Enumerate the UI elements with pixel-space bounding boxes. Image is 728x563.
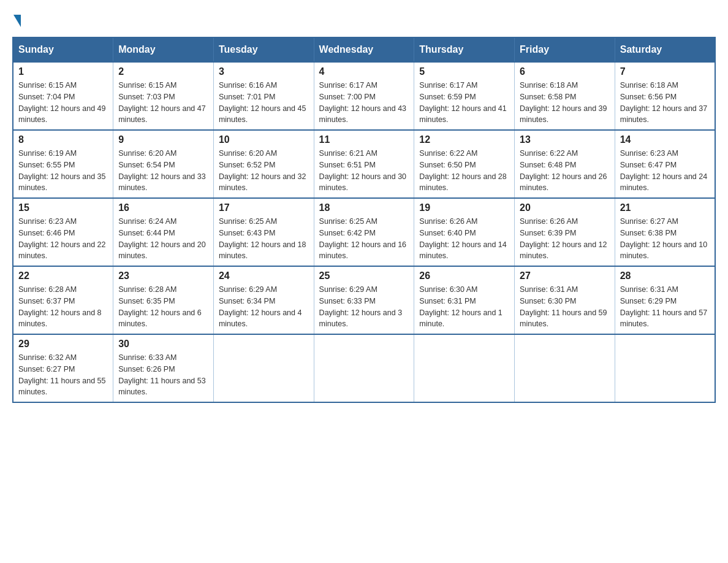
day-info: Sunrise: 6:28 AMSunset: 6:37 PMDaylight:… xyxy=(18,284,108,330)
day-number: 20 xyxy=(520,202,610,213)
day-info: Sunrise: 6:20 AMSunset: 6:52 PMDaylight:… xyxy=(219,148,309,194)
day-number: 14 xyxy=(620,134,710,145)
day-number: 6 xyxy=(520,66,610,77)
day-number: 13 xyxy=(520,134,610,145)
calendar-day-cell: 10Sunrise: 6:20 AMSunset: 6:52 PMDayligh… xyxy=(213,130,314,198)
day-info: Sunrise: 6:21 AMSunset: 6:51 PMDaylight:… xyxy=(319,148,409,194)
calendar-day-cell: 26Sunrise: 6:30 AMSunset: 6:31 PMDayligh… xyxy=(414,266,515,334)
day-number: 30 xyxy=(118,339,208,350)
day-number: 16 xyxy=(118,202,208,213)
day-number: 2 xyxy=(118,66,208,77)
calendar-day-cell: 3Sunrise: 6:16 AMSunset: 7:01 PMDaylight… xyxy=(213,62,314,130)
day-number: 18 xyxy=(319,202,409,213)
day-info: Sunrise: 6:15 AMSunset: 7:03 PMDaylight:… xyxy=(118,80,208,126)
day-number: 19 xyxy=(419,202,509,213)
day-number: 7 xyxy=(620,66,710,77)
calendar-day-cell: 14Sunrise: 6:23 AMSunset: 6:47 PMDayligh… xyxy=(615,130,715,198)
calendar-day-cell: 15Sunrise: 6:23 AMSunset: 6:46 PMDayligh… xyxy=(13,198,113,266)
calendar-day-cell: 18Sunrise: 6:25 AMSunset: 6:42 PMDayligh… xyxy=(314,198,414,266)
calendar-day-cell: 24Sunrise: 6:29 AMSunset: 6:34 PMDayligh… xyxy=(213,266,314,334)
calendar-day-cell xyxy=(515,334,615,402)
calendar-day-cell: 16Sunrise: 6:24 AMSunset: 6:44 PMDayligh… xyxy=(113,198,214,266)
day-info: Sunrise: 6:24 AMSunset: 6:44 PMDaylight:… xyxy=(118,216,208,262)
calendar-day-cell: 7Sunrise: 6:18 AMSunset: 6:56 PMDaylight… xyxy=(615,62,715,130)
day-number: 4 xyxy=(319,66,409,77)
calendar-day-cell: 19Sunrise: 6:26 AMSunset: 6:40 PMDayligh… xyxy=(414,198,515,266)
calendar-day-cell: 9Sunrise: 6:20 AMSunset: 6:54 PMDaylight… xyxy=(113,130,214,198)
day-info: Sunrise: 6:22 AMSunset: 6:50 PMDaylight:… xyxy=(419,148,509,194)
calendar-header-row: SundayMondayTuesdayWednesdayThursdayFrid… xyxy=(13,37,715,62)
calendar-day-cell: 30Sunrise: 6:33 AMSunset: 6:26 PMDayligh… xyxy=(113,334,214,402)
day-info: Sunrise: 6:17 AMSunset: 6:59 PMDaylight:… xyxy=(419,80,509,126)
day-number: 21 xyxy=(620,202,710,213)
calendar-day-cell: 12Sunrise: 6:22 AMSunset: 6:50 PMDayligh… xyxy=(414,130,515,198)
day-number: 26 xyxy=(419,270,509,282)
day-number: 24 xyxy=(219,270,309,282)
weekday-header-wednesday: Wednesday xyxy=(314,37,414,62)
calendar-day-cell xyxy=(414,334,515,402)
day-number: 29 xyxy=(18,339,108,350)
day-number: 27 xyxy=(520,270,610,282)
calendar-day-cell: 1Sunrise: 6:15 AMSunset: 7:04 PMDaylight… xyxy=(13,62,113,130)
day-info: Sunrise: 6:17 AMSunset: 7:00 PMDaylight:… xyxy=(319,80,409,126)
weekday-header-thursday: Thursday xyxy=(414,37,515,62)
calendar-day-cell: 4Sunrise: 6:17 AMSunset: 7:00 PMDaylight… xyxy=(314,62,414,130)
day-info: Sunrise: 6:28 AMSunset: 6:35 PMDaylight:… xyxy=(118,284,208,330)
calendar-day-cell: 8Sunrise: 6:19 AMSunset: 6:55 PMDaylight… xyxy=(13,130,113,198)
logo xyxy=(12,12,21,25)
day-info: Sunrise: 6:33 AMSunset: 6:26 PMDaylight:… xyxy=(118,352,208,398)
calendar-day-cell: 28Sunrise: 6:31 AMSunset: 6:29 PMDayligh… xyxy=(615,266,715,334)
calendar-day-cell: 2Sunrise: 6:15 AMSunset: 7:03 PMDaylight… xyxy=(113,62,214,130)
calendar-table: SundayMondayTuesdayWednesdayThursdayFrid… xyxy=(12,37,716,403)
day-info: Sunrise: 6:23 AMSunset: 6:47 PMDaylight:… xyxy=(620,148,710,194)
calendar-day-cell: 20Sunrise: 6:26 AMSunset: 6:39 PMDayligh… xyxy=(515,198,615,266)
day-info: Sunrise: 6:29 AMSunset: 6:33 PMDaylight:… xyxy=(319,284,409,330)
day-info: Sunrise: 6:22 AMSunset: 6:48 PMDaylight:… xyxy=(520,148,610,194)
page-header xyxy=(12,12,716,25)
day-info: Sunrise: 6:32 AMSunset: 6:27 PMDaylight:… xyxy=(18,352,108,398)
calendar-week-row: 29Sunrise: 6:32 AMSunset: 6:27 PMDayligh… xyxy=(13,334,715,402)
day-info: Sunrise: 6:26 AMSunset: 6:39 PMDaylight:… xyxy=(520,216,610,262)
day-number: 8 xyxy=(18,134,108,145)
calendar-week-row: 1Sunrise: 6:15 AMSunset: 7:04 PMDaylight… xyxy=(13,62,715,130)
day-number: 25 xyxy=(319,270,409,282)
calendar-day-cell: 21Sunrise: 6:27 AMSunset: 6:38 PMDayligh… xyxy=(615,198,715,266)
day-info: Sunrise: 6:18 AMSunset: 6:58 PMDaylight:… xyxy=(520,80,610,126)
calendar-day-cell xyxy=(314,334,414,402)
day-number: 22 xyxy=(18,270,108,282)
day-info: Sunrise: 6:27 AMSunset: 6:38 PMDaylight:… xyxy=(620,216,710,262)
calendar-day-cell: 25Sunrise: 6:29 AMSunset: 6:33 PMDayligh… xyxy=(314,266,414,334)
day-info: Sunrise: 6:23 AMSunset: 6:46 PMDaylight:… xyxy=(18,216,108,262)
day-info: Sunrise: 6:15 AMSunset: 7:04 PMDaylight:… xyxy=(18,80,108,126)
day-number: 15 xyxy=(18,202,108,213)
calendar-week-row: 8Sunrise: 6:19 AMSunset: 6:55 PMDaylight… xyxy=(13,130,715,198)
weekday-header-sunday: Sunday xyxy=(13,37,113,62)
day-info: Sunrise: 6:16 AMSunset: 7:01 PMDaylight:… xyxy=(219,80,309,126)
calendar-week-row: 22Sunrise: 6:28 AMSunset: 6:37 PMDayligh… xyxy=(13,266,715,334)
calendar-day-cell xyxy=(213,334,314,402)
logo-triangle-icon xyxy=(13,15,21,27)
weekday-header-saturday: Saturday xyxy=(615,37,715,62)
day-info: Sunrise: 6:25 AMSunset: 6:42 PMDaylight:… xyxy=(319,216,409,262)
day-number: 17 xyxy=(219,202,309,213)
day-number: 28 xyxy=(620,270,710,282)
day-info: Sunrise: 6:25 AMSunset: 6:43 PMDaylight:… xyxy=(219,216,309,262)
calendar-day-cell: 27Sunrise: 6:31 AMSunset: 6:30 PMDayligh… xyxy=(515,266,615,334)
day-number: 23 xyxy=(118,270,208,282)
calendar-day-cell: 6Sunrise: 6:18 AMSunset: 6:58 PMDaylight… xyxy=(515,62,615,130)
day-info: Sunrise: 6:26 AMSunset: 6:40 PMDaylight:… xyxy=(419,216,509,262)
day-number: 3 xyxy=(219,66,309,77)
weekday-header-monday: Monday xyxy=(113,37,214,62)
calendar-day-cell: 22Sunrise: 6:28 AMSunset: 6:37 PMDayligh… xyxy=(13,266,113,334)
day-number: 5 xyxy=(419,66,509,77)
day-info: Sunrise: 6:31 AMSunset: 6:29 PMDaylight:… xyxy=(620,284,710,330)
weekday-header-friday: Friday xyxy=(515,37,615,62)
day-number: 12 xyxy=(419,134,509,145)
calendar-week-row: 15Sunrise: 6:23 AMSunset: 6:46 PMDayligh… xyxy=(13,198,715,266)
day-number: 1 xyxy=(18,66,108,77)
calendar-day-cell: 17Sunrise: 6:25 AMSunset: 6:43 PMDayligh… xyxy=(213,198,314,266)
calendar-day-cell: 5Sunrise: 6:17 AMSunset: 6:59 PMDaylight… xyxy=(414,62,515,130)
weekday-header-tuesday: Tuesday xyxy=(213,37,314,62)
day-number: 11 xyxy=(319,134,409,145)
day-info: Sunrise: 6:30 AMSunset: 6:31 PMDaylight:… xyxy=(419,284,509,330)
